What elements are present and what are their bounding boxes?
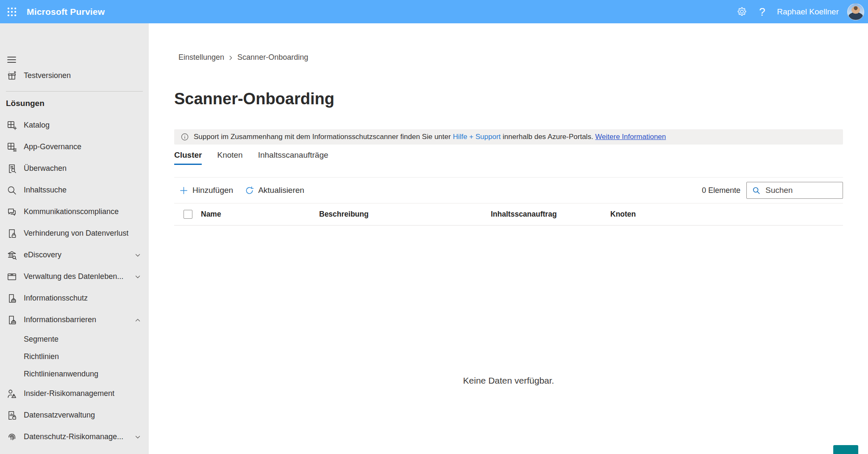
tab-strip: Cluster Knoten Inhaltsscanaufträge	[174, 150, 843, 165]
sidebar-item-label: Katalog	[24, 121, 50, 130]
hamburger-icon	[6, 55, 17, 65]
sidebar-item-label: Kommunikationscompliance	[24, 207, 119, 216]
search-input[interactable]	[765, 186, 837, 195]
sidebar-subitem-segmente[interactable]: Segmente	[0, 331, 149, 348]
chevron-right-icon	[228, 55, 234, 61]
column-header-knoten[interactable]: Knoten	[610, 203, 636, 225]
tab-knoten[interactable]: Knoten	[217, 150, 242, 165]
sidebar-item-label: Verwaltung des Datenleben...	[24, 272, 123, 281]
sidebar-item-label: Informationsbarrieren	[24, 315, 96, 324]
sidebar-item-insider-risiko[interactable]: Insider-Risikomanagement	[0, 383, 149, 404]
sidebar-item-label: Informationsschutz	[24, 294, 88, 303]
column-header-inhaltsscanauftrag[interactable]: Inhaltsscanauftrag	[491, 203, 557, 225]
sidebar-nav-list: Katalog App-Governance Überwachen	[0, 114, 149, 454]
sidebar-item-label: Überwachen	[24, 164, 67, 173]
settings-gear-icon	[736, 6, 748, 17]
refresh-button[interactable]: Aktualisieren	[245, 186, 304, 195]
empty-state-message: Keine Daten verfügbar.	[174, 376, 843, 386]
sidebar-subitem-richtlinien[interactable]: Richtlinien	[0, 348, 149, 365]
banner-text: Support im Zusammenhang mit dem Informat…	[194, 133, 666, 141]
sidebar-item-label: App-Governance	[24, 142, 81, 151]
document-briefcase-icon	[6, 293, 17, 304]
app-launcher-button[interactable]	[0, 0, 24, 23]
app-title: Microsoft Purview	[27, 7, 105, 17]
main-content: Einstellungen Scanner-Onboarding Scanner…	[149, 23, 868, 454]
sidebar-item-datensatzverwaltung[interactable]: Datensatzverwaltung	[0, 404, 149, 426]
sidebar-toggle-button[interactable]	[6, 55, 17, 65]
sidebar-subitem-label: Richtlinien	[24, 352, 59, 361]
search-icon	[6, 185, 17, 196]
sidebar-item-betroffenenrechte[interactable]: Anfragen zu Rechten betroffener ...	[0, 448, 149, 454]
sidebar-item-label: Inhaltssuche	[24, 186, 67, 195]
breadcrumb-einstellungen[interactable]: Einstellungen	[178, 53, 224, 62]
grid-list-icon	[6, 142, 17, 153]
sidebar: Testversionen Lösungen Katalog App-Gover…	[0, 23, 149, 454]
sidebar-item-katalog[interactable]: Katalog	[0, 114, 149, 136]
column-header-beschreibung[interactable]: Beschreibung	[319, 203, 369, 225]
sidebar-item-ediscovery[interactable]: eDiscovery	[0, 244, 149, 266]
sidebar-item-datenverlust[interactable]: Verhinderung von Datenverlust	[0, 223, 149, 244]
add-button[interactable]: Hinzufügen	[179, 186, 233, 195]
sidebar-item-label: Datensatzverwaltung	[24, 411, 95, 420]
sidebar-item-label: Insider-Risikomanagement	[24, 389, 114, 398]
breadcrumb-scanner-onboarding[interactable]: Scanner-Onboarding	[237, 53, 308, 62]
table-header: Name Beschreibung Inhaltsscanauftrag Kno…	[174, 203, 843, 226]
add-button-label: Hinzufügen	[192, 186, 233, 195]
banner-text-before: Support im Zusammenhang mit dem Informat…	[194, 133, 451, 141]
info-banner: Support im Zusammenhang mit dem Informat…	[174, 129, 843, 145]
command-bar: Hinzufügen Aktualisieren 0 Elemente	[174, 177, 843, 203]
items-count: 0 Elemente	[702, 186, 740, 195]
sidebar-item-informationsschutz[interactable]: Informationsschutz	[0, 287, 149, 309]
app-launcher-icon	[6, 6, 17, 17]
sidebar-item-ueberwachen[interactable]: Überwachen	[0, 158, 149, 179]
sidebar-item-datenlebenszyklus[interactable]: Verwaltung des Datenleben...	[0, 266, 149, 287]
sidebar-item-app-governance[interactable]: App-Governance	[0, 136, 149, 158]
sidebar-item-label: Testversionen	[24, 71, 71, 80]
sidebar-subitem-richtlinienanwendung[interactable]: Richtlinienanwendung	[0, 365, 149, 383]
help-support-link[interactable]: Hilfe + Support	[453, 133, 501, 141]
sidebar-item-kommunikationscompliance[interactable]: Kommunikationscompliance	[0, 201, 149, 223]
page-title: Scanner-Onboarding	[174, 88, 843, 109]
sidebar-item-label: Verhinderung von Datenverlust	[24, 229, 128, 238]
settings-button[interactable]	[732, 2, 751, 22]
chevron-up-icon	[134, 317, 141, 323]
select-all-checkbox[interactable]	[184, 210, 192, 219]
archive-box-icon	[6, 271, 17, 282]
breadcrumb: Einstellungen Scanner-Onboarding	[174, 53, 843, 62]
banner-text-middle: innerhalb des Azure-Portals.	[503, 133, 593, 141]
plus-icon	[179, 186, 189, 195]
sidebar-item-datenschutz-risiko[interactable]: Datenschutz-Risikomanage...	[0, 426, 149, 448]
help-button[interactable]: ?	[751, 2, 771, 22]
tab-cluster[interactable]: Cluster	[174, 150, 202, 165]
chevron-down-icon	[134, 252, 141, 259]
chevron-down-icon	[134, 434, 141, 440]
column-header-name[interactable]: Name	[201, 203, 221, 225]
document-briefcase-icon	[6, 315, 17, 326]
chat-bubbles-icon	[6, 206, 17, 217]
person-warning-icon	[6, 388, 17, 399]
grid-plus-icon	[6, 120, 17, 131]
info-icon	[181, 133, 189, 141]
search-icon	[752, 186, 761, 195]
sidebar-divider	[6, 91, 143, 92]
fingerprint-icon	[6, 432, 17, 443]
topbar: Microsoft Purview ? Raphael Koellner	[0, 0, 868, 23]
search-box[interactable]	[746, 182, 843, 199]
refresh-button-label: Aktualisieren	[258, 186, 304, 195]
sidebar-subitem-label: Segmente	[24, 335, 58, 344]
tab-inhaltsscanauftraege[interactable]: Inhaltsscanaufträge	[258, 150, 328, 165]
refresh-icon	[245, 186, 254, 195]
sidebar-subitem-label: Richtlinienanwendung	[24, 370, 98, 379]
help-icon: ?	[759, 6, 765, 17]
more-information-link[interactable]: Weitere Informationen	[595, 133, 666, 141]
feedback-button[interactable]	[833, 445, 858, 454]
document-search-icon	[6, 163, 17, 174]
user-name[interactable]: Raphael Koellner	[777, 7, 839, 17]
sidebar-item-inhaltssuche[interactable]: Inhaltssuche	[0, 179, 149, 201]
sidebar-item-informationsbarrieren[interactable]: Informationsbarrieren	[0, 309, 149, 331]
user-avatar[interactable]	[847, 3, 864, 20]
chevron-down-icon	[134, 273, 141, 280]
sidebar-item-label: eDiscovery	[24, 251, 61, 259]
sidebar-item-trials[interactable]: Testversionen	[0, 66, 149, 85]
sidebar-item-label: Datenschutz-Risikomanage...	[24, 432, 123, 441]
